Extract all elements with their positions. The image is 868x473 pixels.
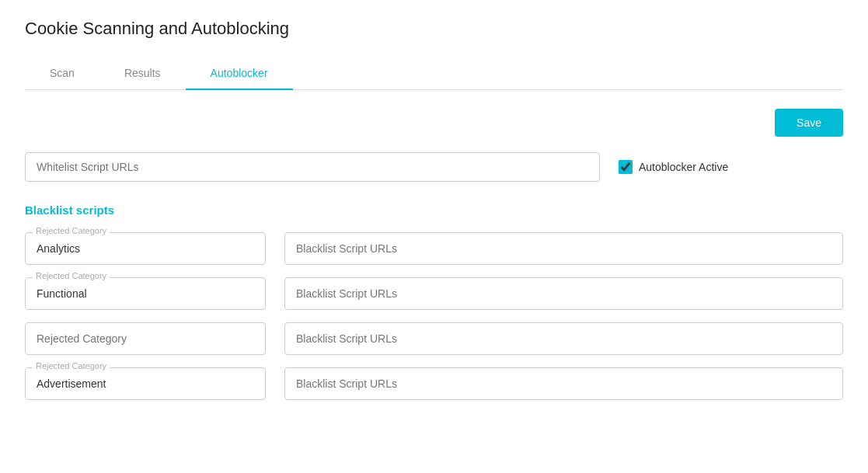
script-rows: Rejected Category Rejected Category: [25, 232, 843, 400]
rejected-category-wrapper: Rejected Category: [25, 277, 266, 310]
script-row: [25, 322, 843, 355]
rejected-category-input-2[interactable]: [25, 322, 266, 355]
rejected-category-input-3[interactable]: [25, 367, 266, 400]
save-button[interactable]: Save: [775, 109, 843, 137]
rejected-category-wrapper: Rejected Category: [25, 367, 266, 400]
blacklist-url-input-1[interactable]: [284, 277, 843, 310]
script-row: Rejected Category: [25, 367, 843, 400]
content-area: Save Autoblocker Active Blacklist script…: [25, 90, 843, 419]
tab-results[interactable]: Results: [99, 57, 186, 90]
script-row: Rejected Category: [25, 232, 843, 265]
autoblocker-active-wrapper: Autoblocker Active: [619, 160, 728, 174]
rejected-category-label-1: Rejected Category: [33, 271, 110, 280]
rejected-category-label-3: Rejected Category: [33, 361, 110, 370]
save-row: Save: [25, 109, 843, 137]
page-container: Cookie Scanning and Autoblocking Scan Re…: [0, 0, 868, 437]
blacklist-url-input-0[interactable]: [284, 232, 843, 265]
tab-scan[interactable]: Scan: [25, 57, 99, 90]
blacklist-url-input-2[interactable]: [284, 322, 843, 355]
whitelist-row: Autoblocker Active: [25, 152, 843, 182]
blacklist-url-input-3[interactable]: [284, 367, 843, 400]
script-row: Rejected Category: [25, 277, 843, 310]
blacklist-title: Blacklist scripts: [25, 203, 843, 217]
rejected-category-wrapper: [25, 322, 266, 355]
rejected-category-input-0[interactable]: [25, 232, 266, 265]
rejected-category-wrapper: Rejected Category: [25, 232, 266, 265]
autoblocker-active-checkbox[interactable]: [619, 160, 633, 174]
page-title: Cookie Scanning and Autoblocking: [25, 19, 843, 39]
whitelist-script-urls-input[interactable]: [25, 152, 600, 182]
rejected-category-label-0: Rejected Category: [33, 226, 110, 235]
tab-autoblocker[interactable]: Autoblocker: [186, 57, 293, 90]
autoblocker-active-label: Autoblocker Active: [639, 161, 728, 173]
rejected-category-input-1[interactable]: [25, 277, 266, 310]
tabs-container: Scan Results Autoblocker: [25, 57, 843, 90]
